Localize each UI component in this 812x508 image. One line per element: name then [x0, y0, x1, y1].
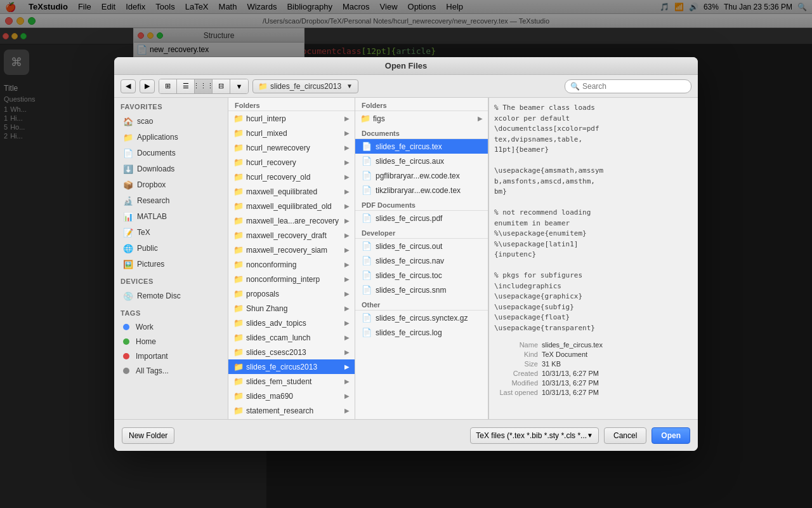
- dialog-body: FAVORITES 🏠 scao 📁 Applications 📄 Docume…: [114, 98, 698, 419]
- folder-icon: 📁: [233, 260, 244, 269]
- sidebar-item-all-tags[interactable]: All Tags...: [117, 364, 225, 378]
- folder-figs[interactable]: 📁 figs ▶: [355, 111, 488, 126]
- file-slides-fe-circus-toc[interactable]: 📄 slides_fe_circus.toc: [355, 268, 488, 283]
- meta-created-label: Created: [494, 370, 542, 377]
- sidebar-item-matlab[interactable]: 📊 MATLAB: [117, 209, 225, 224]
- folder-label: hcurl_mixed: [246, 129, 287, 138]
- view-list[interactable]: ☰: [177, 79, 195, 93]
- file-tikzlibrary[interactable]: 📄 tikzlibraryar...ew.code.tex: [355, 183, 488, 197]
- arrow-icon: ▶: [344, 246, 350, 253]
- folder-icon: 📁: [233, 318, 244, 328]
- sidebar-item-applications[interactable]: 📁 Applications: [117, 130, 225, 145]
- location-bar[interactable]: 📁 slides_fe_circus2013 ▼: [252, 79, 358, 93]
- sidebar-item-documents[interactable]: 📄 Documents: [117, 145, 225, 161]
- folder-icon: 📁: [233, 406, 244, 415]
- folder-label: hcurl_newrecovery: [246, 144, 310, 152]
- folder-hcurl-mixed[interactable]: 📁 hcurl_mixed ▶: [228, 126, 355, 140]
- new-folder-button[interactable]: New Folder: [122, 427, 174, 444]
- sidebar-label-important: Important: [136, 352, 168, 361]
- sidebar-item-remote-disc[interactable]: 💿 Remote Disc: [117, 288, 225, 304]
- view-cover[interactable]: ⊟: [213, 79, 230, 93]
- open-button[interactable]: Open: [652, 427, 690, 444]
- folder-shun-zhang[interactable]: 📁 Shun Zhang ▶: [228, 301, 355, 316]
- file-label: slides_fe_circus.toc: [376, 271, 442, 280]
- developer-subsection: Developer: [355, 225, 488, 239]
- arrow-icon: ▶: [344, 203, 350, 210]
- location-dropdown[interactable]: ▼: [346, 83, 353, 90]
- downloads-icon: ⬇️: [123, 164, 133, 174]
- folder-slides-csesc2013[interactable]: 📁 slides_csesc2013 ▶: [228, 345, 355, 359]
- view-icon[interactable]: ⊞: [159, 79, 177, 93]
- sidebar-item-pictures[interactable]: 🖼️ Pictures: [117, 257, 225, 272]
- folder-maxwell-equilibrated[interactable]: 📁 maxwell_equilibrated ▶: [228, 184, 355, 199]
- sidebar-item-home-tag[interactable]: Home: [117, 335, 225, 349]
- folder-hcurl-recovery-old[interactable]: 📁 hcurl_recovery_old ▶: [228, 170, 355, 184]
- folder-hcurl-newrecovery[interactable]: 📁 hcurl_newrecovery ▶: [228, 140, 355, 155]
- cancel-button[interactable]: Cancel: [604, 427, 646, 444]
- sidebar-item-important-tag[interactable]: Important: [117, 349, 225, 363]
- folder-slides-fem-student[interactable]: 📁 slides_fem_student ▶: [228, 374, 355, 389]
- pdf-icon: 📄: [362, 213, 372, 223]
- folder-label: proposals: [246, 290, 279, 298]
- search-input[interactable]: [582, 82, 686, 91]
- folder-slides-ccam-lunch[interactable]: 📁 slides_ccam_lunch ▶: [228, 330, 355, 345]
- file-pgflibrary[interactable]: 📄 pgflibraryar...ew.code.tex: [355, 168, 488, 183]
- devices-section-title: DEVICES: [114, 272, 228, 288]
- arrow-icon: ▶: [344, 159, 350, 166]
- view-column[interactable]: ⋮⋮⋮: [195, 79, 213, 93]
- folder-slides-ma690[interactable]: 📁 slides_ma690 ▶: [228, 389, 355, 403]
- arrow-icon: ▶: [344, 407, 350, 414]
- folder-proposals[interactable]: 📁 proposals ▶: [228, 286, 355, 301]
- file-icon: 📄: [362, 171, 372, 180]
- sidebar-label-applications: Applications: [137, 133, 178, 142]
- meta-created: Created 10/31/13, 6:27 PM: [494, 370, 610, 377]
- sidebar-item-work-tag[interactable]: Work: [117, 320, 225, 334]
- folder-label: slides_adv_topics: [246, 319, 306, 328]
- location-text: slides_fe_circus2013: [270, 82, 341, 91]
- file-slides-fe-circus-snm[interactable]: 📄 slides_fe_circus.snm: [355, 283, 488, 297]
- file-slides-fe-circus-aux[interactable]: 📄 slides_fe_circus.aux: [355, 154, 488, 168]
- sidebar-label-research: Research: [137, 196, 169, 205]
- file-icon: 📄: [362, 271, 372, 280]
- folder-maxwell-lea[interactable]: 📁 maxwell_lea...are_recovery ▶: [228, 213, 355, 228]
- folder-nonconforming-interp[interactable]: 📁 nonconforming_interp ▶: [228, 272, 355, 286]
- file-preview-text: % The beamer class loads xcolor per defa…: [494, 103, 610, 333]
- file-label: slides_fe_circus.pdf: [376, 214, 442, 223]
- folder-label: slides_fe_circus2013: [246, 363, 317, 371]
- file-slides-fe-circus-log[interactable]: 📄 slides_fe_circus.log: [355, 325, 488, 340]
- folder-maxwell-equilibrated-old[interactable]: 📁 maxwell_equilibrated_old ▶: [228, 199, 355, 213]
- folder-hcurl-interp[interactable]: 📁 hcurl_interp ▶: [228, 111, 355, 126]
- sidebar-item-dropbox[interactable]: 📦 Dropbox: [117, 177, 225, 192]
- folders-subsection: Folders: [355, 98, 488, 111]
- sidebar-label-pictures: Pictures: [137, 260, 164, 269]
- file-slides-fe-circus-nav[interactable]: 📄 slides_fe_circus.nav: [355, 253, 488, 268]
- file-slides-fe-circus-tex[interactable]: 📄 slides_fe_circus.tex: [355, 139, 488, 154]
- folder-icon: 📁: [233, 231, 244, 240]
- sidebar-item-tex[interactable]: 📝 TeX: [117, 225, 225, 240]
- arrow-icon: ▶: [344, 115, 350, 122]
- folder-col-1: Folders 📁 hcurl_interp ▶ 📁 hcurl_mixed ▶…: [228, 98, 355, 419]
- format-select[interactable]: TeX files (*.tex *.bib *.sty *.cls *... …: [470, 427, 599, 444]
- folder-slides-fe-circus2013[interactable]: 📁 slides_fe_circus2013 ▶: [228, 359, 355, 374]
- folder-hcurl-recovery[interactable]: 📁 hcurl_recovery ▶: [228, 155, 355, 170]
- sidebar-item-public[interactable]: 🌐 Public: [117, 241, 225, 256]
- dialog-titlebar: Open Files: [114, 57, 698, 75]
- folder-nonconforming[interactable]: 📁 nonconforming ▶: [228, 257, 355, 272]
- sidebar-item-scao[interactable]: 🏠 scao: [117, 114, 225, 129]
- folder-maxwell-recovery-draft[interactable]: 📁 maxwell_recovery_draft ▶: [228, 228, 355, 243]
- file-slides-fe-circus-pdf[interactable]: 📄 slides_fe_circus.pdf: [355, 211, 488, 225]
- view-options[interactable]: ▼: [230, 79, 248, 93]
- forward-button[interactable]: ▶: [140, 79, 155, 93]
- file-label: slides_fe_circus.synctex.gz: [376, 314, 468, 323]
- file-slides-fe-circus-out[interactable]: 📄 slides_fe_circus.out: [355, 239, 488, 253]
- folder-slides-adv-topics[interactable]: 📁 slides_adv_topics ▶: [228, 316, 355, 330]
- folder-icon: 📁: [233, 289, 244, 298]
- folder-statement-research[interactable]: 📁 statement_research ▶: [228, 403, 355, 418]
- file-slides-fe-circus-synctex[interactable]: 📄 slides_fe_circus.synctex.gz: [355, 311, 488, 325]
- sidebar-item-research[interactable]: 🔬 Research: [117, 193, 225, 208]
- sidebar-label-work: Work: [136, 323, 154, 331]
- sidebar-item-downloads[interactable]: ⬇️ Downloads: [117, 161, 225, 177]
- back-button[interactable]: ◀: [121, 79, 136, 93]
- dialog-footer: New Folder TeX files (*.tex *.bib *.sty …: [114, 419, 698, 451]
- folder-maxwell-recovery-siam[interactable]: 📁 maxwell_recovery_siam ▶: [228, 243, 355, 257]
